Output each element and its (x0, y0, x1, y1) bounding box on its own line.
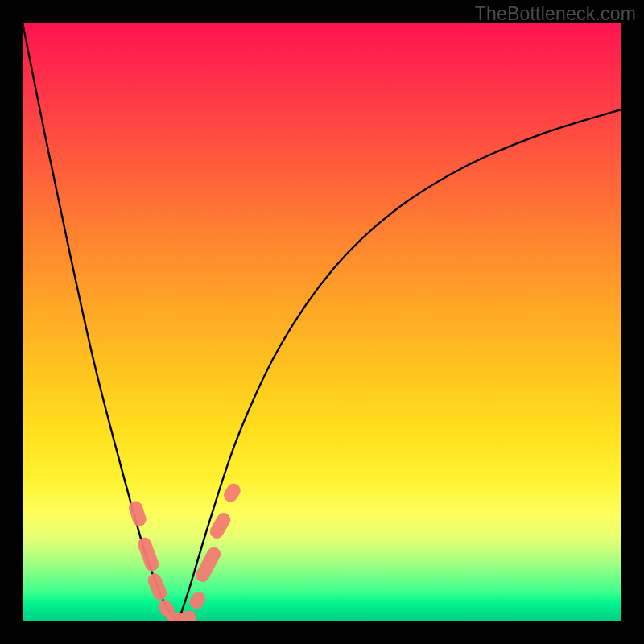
marker-pill (187, 589, 208, 612)
curve-right (178, 109, 621, 621)
marker-pill (136, 535, 161, 572)
watermark-text: TheBottleneck.com (475, 3, 636, 25)
curve-left (23, 23, 178, 621)
marker-pill (146, 572, 169, 602)
marker-pill (193, 545, 223, 584)
marker-pill (221, 481, 243, 504)
plot-area (23, 23, 621, 621)
chart-svg (23, 23, 621, 621)
marker-pill (178, 609, 198, 621)
